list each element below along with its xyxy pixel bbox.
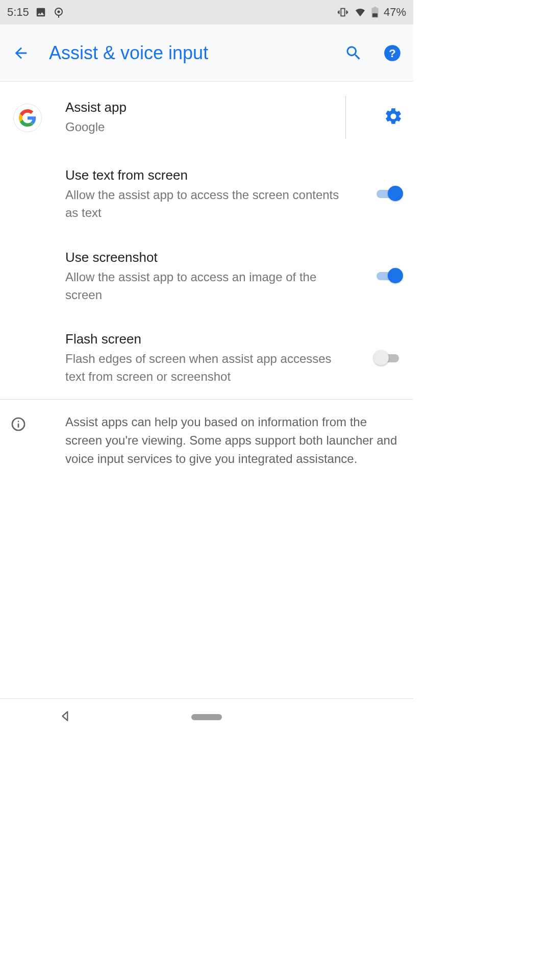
- wifi-icon: [354, 7, 366, 18]
- assist-app-row[interactable]: Assist app Google: [0, 82, 413, 153]
- setting-title: Use screenshot: [65, 249, 349, 266]
- assist-app-settings-button[interactable]: [384, 107, 403, 128]
- setting-subtitle: Flash edges of screen when assist app ac…: [65, 350, 349, 386]
- setting-subtitle: Allow the assist app to access an image …: [65, 268, 349, 304]
- vertical-divider: [345, 96, 346, 139]
- info-row: Assist apps can help you based on inform…: [0, 400, 413, 481]
- app-bar: Assist & voice input ?: [0, 24, 413, 82]
- assist-app-icon-slot: [10, 103, 65, 132]
- info-text: Assist apps can help you based on inform…: [65, 413, 403, 468]
- svg-point-1: [57, 10, 60, 13]
- setting-use-text-switch[interactable]: [373, 185, 403, 203]
- setting-flash-screen[interactable]: Flash screen Flash edges of screen when …: [0, 317, 413, 399]
- content: Assist app Google Use text from screen A…: [0, 82, 413, 698]
- setting-use-screenshot-switch[interactable]: [373, 267, 403, 285]
- nav-back-button[interactable]: [59, 709, 72, 725]
- search-button[interactable]: [343, 42, 364, 64]
- svg-point-7: [18, 421, 19, 422]
- page-title: Assist & voice input: [49, 42, 325, 64]
- assist-app-value: Google: [65, 118, 337, 136]
- setting-title: Use text from screen: [65, 166, 349, 184]
- battery-icon: [371, 7, 379, 18]
- setting-use-text[interactable]: Use text from screen Allow the assist ap…: [0, 153, 413, 235]
- setting-title: Flash screen: [65, 330, 349, 348]
- help-button[interactable]: ?: [382, 42, 403, 64]
- back-button[interactable]: [10, 42, 32, 64]
- setting-use-screenshot[interactable]: Use screenshot Allow the assist app to a…: [0, 235, 413, 317]
- setting-subtitle: Allow the assist app to access the scree…: [65, 186, 349, 222]
- info-icon: [10, 425, 27, 434]
- vibrate-icon: [337, 7, 349, 18]
- location-icon: [53, 6, 65, 18]
- image-icon: [35, 7, 46, 18]
- status-time: 5:15: [7, 6, 29, 19]
- assist-app-title: Assist app: [65, 99, 337, 116]
- svg-rect-2: [372, 13, 378, 17]
- nav-home-pill[interactable]: [191, 714, 222, 720]
- google-icon: [13, 104, 42, 132]
- nav-bar: [0, 698, 413, 735]
- svg-text:?: ?: [389, 46, 396, 59]
- status-left: 5:15: [7, 6, 65, 19]
- status-bar: 5:15 47%: [0, 0, 413, 24]
- status-battery-pct: 47%: [384, 6, 406, 19]
- status-right: 47%: [337, 6, 406, 19]
- setting-flash-screen-switch[interactable]: [373, 349, 403, 368]
